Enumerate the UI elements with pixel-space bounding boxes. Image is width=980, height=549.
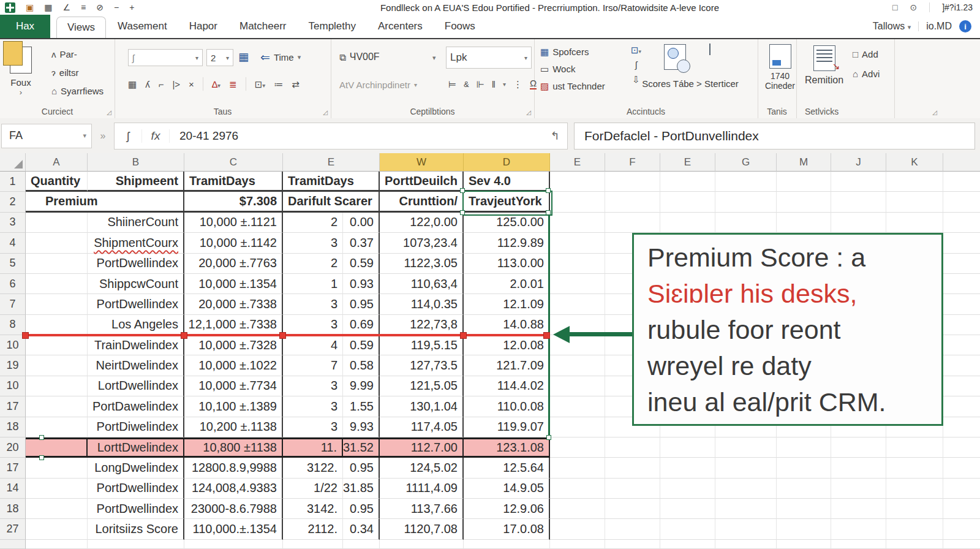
cell[interactable]: 3142. xyxy=(283,499,343,519)
mini-brush-icon[interactable]: ʃ xyxy=(635,60,637,69)
row-header-partial[interactable] xyxy=(0,540,26,549)
cell[interactable] xyxy=(464,540,550,549)
cell[interactable] xyxy=(550,355,605,376)
cell[interactable] xyxy=(550,519,605,539)
cell[interactable] xyxy=(550,274,605,294)
cell[interactable] xyxy=(26,213,88,233)
cut-button[interactable]: ʌ Par- xyxy=(51,49,77,59)
font-size-combo[interactable]: 2 ▾ xyxy=(206,49,233,66)
cell[interactable]: 110.0.08 xyxy=(464,396,550,417)
cell[interactable]: PorttDeuilch xyxy=(380,172,464,192)
cell[interactable]: 12800.8.9,9988 xyxy=(184,458,283,478)
cell[interactable]: PortDwellindex xyxy=(88,254,184,274)
cell[interactable]: ShiinerCount xyxy=(88,213,184,233)
row-header-7[interactable]: 7 xyxy=(0,294,26,314)
tab-hapor[interactable]: Hapor xyxy=(179,15,228,38)
cell[interactable] xyxy=(26,437,88,458)
cell[interactable] xyxy=(550,376,605,396)
cell[interactable] xyxy=(660,172,715,192)
cell[interactable]: Quantity xyxy=(26,172,88,192)
row-header-27[interactable]: 27 xyxy=(0,519,26,539)
cell[interactable]: PortDwellindex xyxy=(88,479,184,499)
cell[interactable] xyxy=(660,499,715,519)
cell[interactable]: TramitDays xyxy=(283,172,380,192)
cell[interactable] xyxy=(26,254,88,274)
tab-foows[interactable]: Foows xyxy=(434,15,486,38)
cell[interactable]: 31.52 xyxy=(343,437,380,458)
clear-icon[interactable]: × xyxy=(189,80,194,89)
remition-button[interactable]: ↘ Remition xyxy=(805,45,843,86)
row-header-19[interactable]: 19 xyxy=(0,355,26,376)
cell[interactable] xyxy=(26,233,88,253)
cell[interactable]: 122,0.00 xyxy=(380,213,464,233)
cell[interactable]: 9.93 xyxy=(343,417,380,437)
cell[interactable] xyxy=(605,458,660,478)
cell[interactable]: 0.69 xyxy=(343,315,380,335)
cell[interactable] xyxy=(777,458,831,478)
cell[interactable]: 124,5.02 xyxy=(380,458,464,478)
cell[interactable]: 0.58 xyxy=(343,355,380,376)
cell[interactable]: 12.1.09 xyxy=(464,294,550,314)
cell[interactable] xyxy=(943,417,980,437)
cell[interactable]: 31.85 xyxy=(343,479,380,499)
cell[interactable]: 12.5.64 xyxy=(464,458,550,478)
cell[interactable] xyxy=(831,479,886,499)
cell[interactable]: 119.9.07 xyxy=(464,417,550,437)
cell[interactable] xyxy=(26,355,88,376)
cell[interactable] xyxy=(777,479,831,499)
column-header-E[interactable]: E xyxy=(660,153,715,172)
cell[interactable] xyxy=(343,540,380,549)
cell[interactable] xyxy=(943,437,980,458)
timeline-item[interactable]: ▨ ust Technder xyxy=(540,81,605,91)
cell[interactable] xyxy=(831,437,886,458)
mode-label[interactable]: io.MD xyxy=(926,21,952,32)
cell[interactable] xyxy=(943,396,980,417)
column-header-end[interactable] xyxy=(943,153,980,172)
insert-function-icon[interactable]: fx xyxy=(142,129,170,143)
cell[interactable]: LorttDwelindex xyxy=(88,437,184,458)
cell[interactable] xyxy=(777,519,831,539)
cell[interactable]: 3 xyxy=(283,396,343,417)
tab-wasement[interactable]: Wasement xyxy=(107,15,178,38)
cell[interactable] xyxy=(943,172,980,192)
cell[interactable] xyxy=(605,540,660,549)
column-header-G[interactable]: G xyxy=(715,153,777,172)
cell[interactable]: Darifult Scarer xyxy=(283,192,380,212)
cell[interactable] xyxy=(886,479,943,499)
cell[interactable]: 12.0.08 xyxy=(464,335,550,355)
cell[interactable] xyxy=(550,540,605,549)
cell[interactable] xyxy=(380,540,464,549)
cell[interactable] xyxy=(886,540,943,549)
slicer-item[interactable]: ▭ Wock xyxy=(540,64,575,74)
cell[interactable]: 3 xyxy=(283,417,343,437)
row-header-1[interactable]: 1 xyxy=(0,172,26,192)
cell[interactable]: 2.0.01 xyxy=(464,274,550,294)
sparklines-item[interactable]: ▦ Spofcers xyxy=(540,47,589,57)
cell[interactable]: 121,5.05 xyxy=(380,376,464,396)
chevron-down-icon[interactable]: ▾ xyxy=(503,81,506,88)
cell[interactable]: 10,100 ±.1389 xyxy=(184,396,283,417)
cell[interactable]: 119,5.15 xyxy=(380,335,464,355)
cell[interactable] xyxy=(777,499,831,519)
cell[interactable] xyxy=(550,294,605,314)
cell[interactable] xyxy=(660,479,715,499)
cell[interactable] xyxy=(831,213,886,233)
align-right-icon[interactable]: ⊩ xyxy=(477,80,484,89)
document-icon[interactable]: □ xyxy=(892,2,897,12)
cell[interactable]: 10,000 ±.1022 xyxy=(184,355,283,376)
cell[interactable] xyxy=(184,540,283,549)
selection-handle[interactable] xyxy=(460,188,465,193)
cell[interactable]: 0.95 xyxy=(343,294,380,314)
selection-handle[interactable] xyxy=(546,210,551,215)
cell[interactable] xyxy=(605,499,660,519)
red-line-handle[interactable] xyxy=(543,332,550,339)
cell[interactable]: 10,000 ±.7328 xyxy=(184,335,283,355)
list-icon[interactable]: ≡ xyxy=(81,3,86,12)
cell[interactable] xyxy=(943,458,980,478)
column-header-E[interactable]: E xyxy=(283,153,380,172)
cell[interactable]: 20,000 ±.7763 xyxy=(184,254,283,274)
cut-tool-icon[interactable]: ʎ xyxy=(145,80,150,89)
tab-views[interactable]: Views xyxy=(56,17,106,38)
disabled-icon[interactable]: ⊘ xyxy=(96,3,104,12)
cell[interactable] xyxy=(283,540,343,549)
